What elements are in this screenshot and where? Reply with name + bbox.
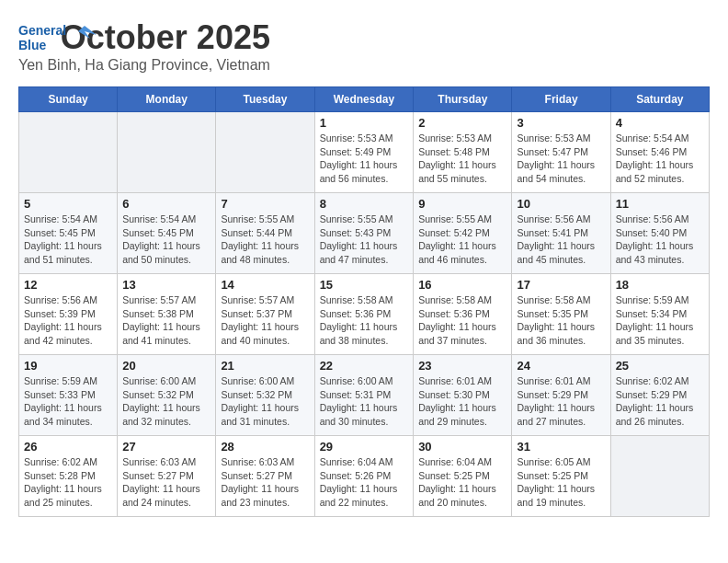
day-number: 24 <box>517 359 605 373</box>
day-number: 23 <box>418 359 506 373</box>
day-detail: Sunrise: 5:55 AM Sunset: 5:44 PM Dayligh… <box>221 213 309 267</box>
day-detail: Sunrise: 5:57 AM Sunset: 5:37 PM Dayligh… <box>221 293 309 348</box>
calendar-cell <box>118 112 216 193</box>
calendar-cell: 2Sunrise: 5:53 AM Sunset: 5:48 PM Daylig… <box>414 112 512 193</box>
day-detail: Sunrise: 5:54 AM Sunset: 5:45 PM Dayligh… <box>24 213 112 267</box>
svg-text:General: General <box>18 23 66 38</box>
calendar-cell: 29Sunrise: 6:04 AM Sunset: 5:26 PM Dayli… <box>314 436 414 517</box>
day-detail: Sunrise: 5:58 AM Sunset: 5:35 PM Dayligh… <box>517 293 605 348</box>
day-number: 21 <box>221 359 309 373</box>
calendar-cell: 13Sunrise: 5:57 AM Sunset: 5:38 PM Dayli… <box>118 274 216 355</box>
calendar-cell: 7Sunrise: 5:55 AM Sunset: 5:44 PM Daylig… <box>216 193 314 274</box>
calendar-cell: 8Sunrise: 5:55 AM Sunset: 5:43 PM Daylig… <box>314 193 414 274</box>
day-detail: Sunrise: 6:03 AM Sunset: 5:27 PM Dayligh… <box>221 455 309 510</box>
calendar-cell: 25Sunrise: 6:02 AM Sunset: 5:29 PM Dayli… <box>610 355 709 436</box>
day-number: 20 <box>122 359 210 373</box>
calendar-cell: 9Sunrise: 5:55 AM Sunset: 5:42 PM Daylig… <box>414 193 512 274</box>
svg-text:Blue: Blue <box>18 38 47 52</box>
day-detail: Sunrise: 6:02 AM Sunset: 5:29 PM Dayligh… <box>616 374 704 429</box>
day-detail: Sunrise: 5:55 AM Sunset: 5:42 PM Dayligh… <box>418 213 506 267</box>
day-number: 10 <box>517 197 605 211</box>
day-number: 18 <box>616 278 704 292</box>
day-detail: Sunrise: 6:04 AM Sunset: 5:26 PM Dayligh… <box>320 455 409 510</box>
day-detail: Sunrise: 6:02 AM Sunset: 5:28 PM Dayligh… <box>24 455 112 510</box>
calendar-cell: 17Sunrise: 5:58 AM Sunset: 5:35 PM Dayli… <box>512 274 610 355</box>
calendar-cell: 28Sunrise: 6:03 AM Sunset: 5:27 PM Dayli… <box>216 436 314 517</box>
calendar-cell: 26Sunrise: 6:02 AM Sunset: 5:28 PM Dayli… <box>19 436 118 517</box>
day-number: 6 <box>122 197 210 211</box>
calendar-cell: 12Sunrise: 5:56 AM Sunset: 5:39 PM Dayli… <box>19 274 118 355</box>
day-number: 31 <box>517 440 605 454</box>
calendar-cell: 23Sunrise: 6:01 AM Sunset: 5:30 PM Dayli… <box>414 355 512 436</box>
weekday-header-wednesday: Wednesday <box>314 87 414 112</box>
day-number: 19 <box>24 359 112 373</box>
day-number: 3 <box>517 116 605 130</box>
day-number: 28 <box>221 440 309 454</box>
svg-marker-2 <box>78 26 97 39</box>
day-detail: Sunrise: 5:58 AM Sunset: 5:36 PM Dayligh… <box>418 293 506 348</box>
weekday-header-tuesday: Tuesday <box>216 87 314 112</box>
day-detail: Sunrise: 6:01 AM Sunset: 5:29 PM Dayligh… <box>517 374 605 429</box>
day-detail: Sunrise: 6:00 AM Sunset: 5:32 PM Dayligh… <box>122 374 210 429</box>
weekday-header-saturday: Saturday <box>610 87 709 112</box>
day-detail: Sunrise: 5:53 AM Sunset: 5:49 PM Dayligh… <box>320 132 409 186</box>
day-detail: Sunrise: 5:55 AM Sunset: 5:43 PM Dayligh… <box>320 213 409 267</box>
calendar-cell: 18Sunrise: 5:59 AM Sunset: 5:34 PM Dayli… <box>610 274 709 355</box>
calendar-cell: 31Sunrise: 6:05 AM Sunset: 5:25 PM Dayli… <box>512 436 610 517</box>
calendar-cell <box>216 112 314 193</box>
calendar-cell: 21Sunrise: 6:00 AM Sunset: 5:32 PM Dayli… <box>216 355 314 436</box>
day-number: 30 <box>418 440 506 454</box>
calendar-cell: 16Sunrise: 5:58 AM Sunset: 5:36 PM Dayli… <box>414 274 512 355</box>
day-detail: Sunrise: 5:53 AM Sunset: 5:48 PM Dayligh… <box>418 132 506 186</box>
calendar-cell: 15Sunrise: 5:58 AM Sunset: 5:36 PM Dayli… <box>314 274 414 355</box>
calendar-cell: 19Sunrise: 5:59 AM Sunset: 5:33 PM Dayli… <box>19 355 118 436</box>
calendar-cell: 10Sunrise: 5:56 AM Sunset: 5:41 PM Dayli… <box>512 193 610 274</box>
day-number: 8 <box>320 197 409 211</box>
day-detail: Sunrise: 6:01 AM Sunset: 5:30 PM Dayligh… <box>418 374 506 429</box>
day-number: 26 <box>24 440 112 454</box>
calendar-cell: 30Sunrise: 6:04 AM Sunset: 5:25 PM Dayli… <box>414 436 512 517</box>
weekday-header-friday: Friday <box>512 87 610 112</box>
day-detail: Sunrise: 6:00 AM Sunset: 5:32 PM Dayligh… <box>221 374 309 429</box>
day-detail: Sunrise: 5:56 AM Sunset: 5:39 PM Dayligh… <box>24 293 112 348</box>
day-number: 12 <box>24 278 112 292</box>
day-detail: Sunrise: 5:56 AM Sunset: 5:41 PM Dayligh… <box>517 213 605 267</box>
day-number: 11 <box>616 197 704 211</box>
day-detail: Sunrise: 5:54 AM Sunset: 5:45 PM Dayligh… <box>122 213 210 267</box>
calendar-cell: 5Sunrise: 5:54 AM Sunset: 5:45 PM Daylig… <box>19 193 118 274</box>
day-detail: Sunrise: 5:59 AM Sunset: 5:34 PM Dayligh… <box>616 293 704 348</box>
day-detail: Sunrise: 5:57 AM Sunset: 5:38 PM Dayligh… <box>122 293 210 348</box>
day-detail: Sunrise: 6:03 AM Sunset: 5:27 PM Dayligh… <box>122 455 210 510</box>
weekday-header-sunday: Sunday <box>19 87 118 112</box>
calendar-cell: 27Sunrise: 6:03 AM Sunset: 5:27 PM Dayli… <box>118 436 216 517</box>
day-detail: Sunrise: 5:59 AM Sunset: 5:33 PM Dayligh… <box>24 374 112 429</box>
day-detail: Sunrise: 6:04 AM Sunset: 5:25 PM Dayligh… <box>418 455 506 510</box>
calendar-cell: 1Sunrise: 5:53 AM Sunset: 5:49 PM Daylig… <box>314 112 414 193</box>
logo: General Blue <box>18 18 101 63</box>
day-detail: Sunrise: 5:54 AM Sunset: 5:46 PM Dayligh… <box>616 132 704 186</box>
weekday-header-thursday: Thursday <box>414 87 512 112</box>
day-number: 5 <box>24 197 112 211</box>
day-number: 16 <box>418 278 506 292</box>
day-detail: Sunrise: 5:58 AM Sunset: 5:36 PM Dayligh… <box>320 293 409 348</box>
calendar-cell: 6Sunrise: 5:54 AM Sunset: 5:45 PM Daylig… <box>118 193 216 274</box>
calendar-cell: 11Sunrise: 5:56 AM Sunset: 5:40 PM Dayli… <box>610 193 709 274</box>
calendar-cell: 4Sunrise: 5:54 AM Sunset: 5:46 PM Daylig… <box>610 112 709 193</box>
day-number: 27 <box>122 440 210 454</box>
day-detail: Sunrise: 5:53 AM Sunset: 5:47 PM Dayligh… <box>517 132 605 186</box>
calendar-cell: 22Sunrise: 6:00 AM Sunset: 5:31 PM Dayli… <box>314 355 414 436</box>
day-detail: Sunrise: 5:56 AM Sunset: 5:40 PM Dayligh… <box>616 213 704 267</box>
calendar-cell: 20Sunrise: 6:00 AM Sunset: 5:32 PM Dayli… <box>118 355 216 436</box>
day-number: 17 <box>517 278 605 292</box>
day-number: 4 <box>616 116 704 130</box>
day-number: 14 <box>221 278 309 292</box>
day-number: 13 <box>122 278 210 292</box>
day-number: 1 <box>320 116 409 130</box>
day-number: 9 <box>418 197 506 211</box>
calendar-cell <box>19 112 118 193</box>
calendar-cell <box>610 436 709 517</box>
calendar-cell: 14Sunrise: 5:57 AM Sunset: 5:37 PM Dayli… <box>216 274 314 355</box>
day-number: 29 <box>320 440 409 454</box>
calendar-table: SundayMondayTuesdayWednesdayThursdayFrid… <box>18 86 710 517</box>
weekday-header-monday: Monday <box>118 87 216 112</box>
